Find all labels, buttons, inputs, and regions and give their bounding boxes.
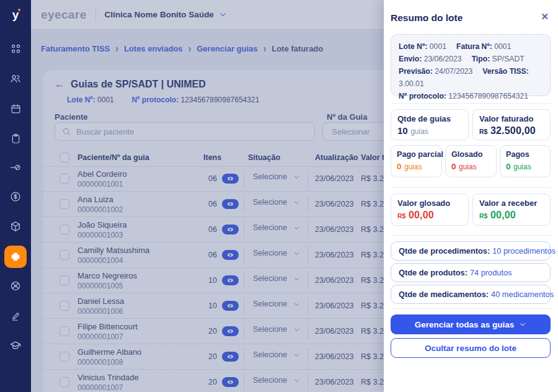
row-checkbox[interactable] [60, 174, 69, 184]
eye-icon [225, 226, 236, 233]
itens-count: 20 [203, 327, 217, 336]
panel-title: Resumo do lote [391, 12, 463, 24]
sidebar-item-clipboard-icon[interactable] [0, 127, 31, 149]
brand-logo: eyecare [41, 8, 87, 22]
row-checkbox[interactable] [60, 352, 69, 362]
row-checkbox[interactable] [60, 199, 69, 209]
sidebar-item-grid-icon[interactable] [0, 37, 31, 60]
breadcrumb-item-faturamento[interactable]: Faturamento TISS [41, 44, 110, 53]
breadcrumb-item-gerenciar[interactable]: Gerenciar guias [197, 44, 257, 53]
protocolo-value: 1234567890987654321 [181, 96, 260, 104]
sidebar-item-package-icon[interactable] [0, 215, 31, 238]
protocolo-label: Nº protocolo: [131, 96, 179, 104]
situacao-select[interactable]: Selecione [253, 198, 300, 207]
view-guia-button[interactable] [222, 275, 239, 285]
card-valor-receber: Valor a receber R$ 00,00 [472, 194, 551, 226]
select-all-checkbox[interactable] [60, 153, 69, 163]
lote-info-box: Lote Nº: 0001Fatura Nº: 0001 Envio: 23/0… [391, 34, 551, 96]
breadcrumb-separator: › [115, 42, 118, 55]
ocultar-resumo-button[interactable]: Ocultar resumo do lote [391, 338, 551, 358]
chevron-down-icon [293, 377, 300, 384]
itens-count: 06 [203, 174, 217, 183]
situacao-select[interactable]: Selecione [253, 249, 300, 257]
pill-produtos: Qtde de produtos:74 produtos [391, 263, 551, 282]
back-button[interactable]: ← [55, 79, 64, 90]
row-checkbox[interactable] [60, 250, 69, 260]
sidebar-item-users-icon[interactable] [0, 68, 31, 90]
guia-number: 00000001001 [78, 180, 127, 189]
breadcrumb: Faturamento TISS › Lotes enviados › Gere… [41, 43, 323, 53]
atualizacao-date: 23/06/2023 [315, 174, 354, 183]
situacao-select[interactable]: Selecione [253, 325, 300, 334]
key-icon [9, 161, 22, 174]
situacao-select[interactable]: Selecione [253, 350, 300, 359]
lote-label: Lote Nº: [67, 96, 95, 104]
guia-number: 00000001008 [78, 358, 141, 367]
gerenciar-todas-button[interactable]: Gerenciar todas as guias [391, 314, 551, 334]
sidebar-item-edit-icon[interactable] [0, 305, 31, 327]
sidebar-item-billing-icon[interactable] [0, 185, 31, 208]
view-guia-button[interactable] [222, 174, 239, 184]
row-checkbox[interactable] [60, 326, 69, 336]
breadcrumb-separator: › [264, 42, 267, 55]
situacao-select[interactable]: Selecione [253, 223, 300, 232]
patient-name: Camilly Matsushima [78, 246, 149, 255]
view-guia-button[interactable] [222, 301, 239, 311]
guia-number: 00000001002 [78, 205, 123, 214]
chevron-down-icon [293, 174, 300, 180]
row-checkbox[interactable] [60, 275, 69, 285]
patient-name: Daniel Lessa [78, 296, 124, 306]
guia-number: 00000001005 [78, 282, 137, 290]
breadcrumb-item-current: Lote faturado [272, 44, 323, 53]
sidebar-item-helm-icon[interactable] [0, 275, 31, 297]
view-guia-button[interactable] [222, 225, 239, 234]
situacao-select[interactable]: Selecione [253, 172, 300, 181]
chevron-down-icon [293, 250, 300, 257]
search-placeholder: Buscar paciente [76, 127, 134, 136]
situacao-select[interactable]: Selecione [253, 300, 300, 308]
view-guia-button[interactable] [222, 199, 239, 209]
itens-count: 06 [203, 251, 217, 259]
patient-name: Marco Negreiros [78, 271, 137, 280]
card-qtde-guias: Qtde de guias 10 guias [391, 109, 469, 140]
card-pagos: Pagos 0 guias [500, 145, 551, 177]
atualizacao-date: 23/06/2023 [315, 251, 354, 259]
close-icon[interactable]: ✕ [541, 11, 549, 22]
patient-name: Ana Luiza [78, 195, 123, 204]
atualizacao-date: 23/06/2023 [315, 327, 354, 336]
app-logo[interactable]: y [0, 0, 31, 30]
guia-number: 00000001003 [78, 231, 127, 239]
view-guia-button[interactable] [222, 352, 239, 362]
breadcrumb-separator: › [188, 42, 192, 55]
atualizacao-date: 23/06/2023 [315, 276, 354, 285]
sidebar-item-education-icon[interactable] [0, 334, 31, 357]
row-checkbox[interactable] [60, 301, 69, 311]
col-paciente: Paciente/Nº da guia [78, 153, 149, 162]
eye-icon [225, 175, 236, 182]
sidebar-item-key-icon[interactable] [0, 156, 31, 179]
sidebar: y [0, 0, 31, 392]
breadcrumb-item-lotes[interactable]: Lotes enviados [124, 44, 183, 53]
itens-count: 20 [203, 378, 217, 386]
patient-name: Abel Cordeiro [78, 169, 127, 179]
chevron-down-icon [519, 321, 526, 328]
patient-name: Vinicius Trindade [78, 373, 139, 382]
situacao-select[interactable]: Selecione [253, 274, 300, 283]
clinic-selector[interactable]: Clínica Nome Bonito Saúde [105, 10, 227, 19]
col-atualizacao: Atualização [315, 153, 358, 162]
eye-icon [225, 378, 236, 386]
view-guia-button[interactable] [222, 377, 239, 387]
row-checkbox[interactable] [60, 377, 69, 387]
atualizacao-date: 23/06/2023 [315, 352, 354, 361]
view-guia-button[interactable] [222, 326, 239, 336]
pill-medicamentos: Qtde de medicamentos:40 medicamentos [391, 285, 551, 304]
eye-icon [225, 200, 236, 208]
sidebar-item-calendar-icon[interactable] [0, 97, 31, 120]
search-patient-input[interactable]: Buscar paciente [55, 122, 315, 141]
situacao-select[interactable]: Selecione [253, 376, 300, 385]
itens-count: 10 [203, 276, 217, 285]
dollar-circle-icon [9, 190, 22, 203]
sidebar-item-tiss-active[interactable] [4, 246, 27, 268]
view-guia-button[interactable] [222, 250, 239, 260]
row-checkbox[interactable] [60, 225, 69, 234]
